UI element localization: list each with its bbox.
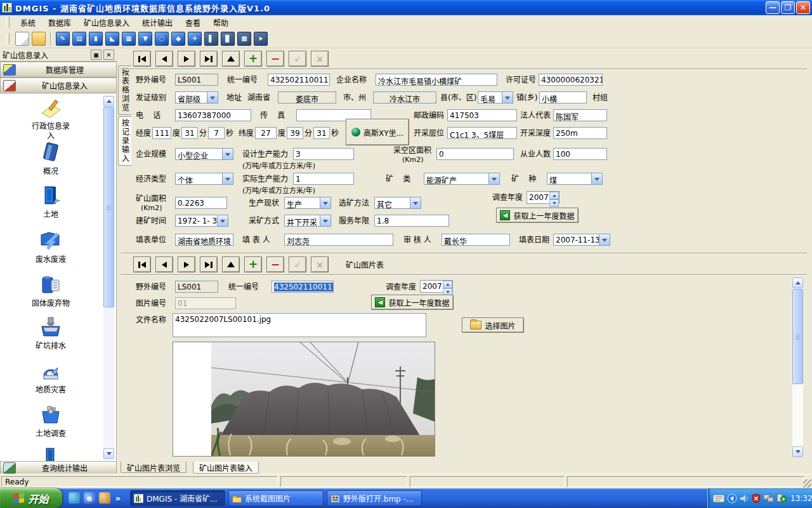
postcode-input[interactable]: 417503 xyxy=(447,109,517,121)
built-time-combo[interactable]: 1972- 1- 3 xyxy=(175,215,228,227)
pic-nav-delete-button[interactable]: − xyxy=(266,257,284,272)
pic-field-no-input[interactable]: LS001 xyxy=(175,281,218,293)
quicklaunch-chevron-icon[interactable]: » xyxy=(114,492,122,504)
mining-depth-input[interactable]: 250m xyxy=(553,127,607,139)
resize-grip[interactable] xyxy=(803,479,811,488)
menu-view[interactable]: 查看 xyxy=(179,16,207,29)
mining-method-combo[interactable]: 井下开采 xyxy=(284,215,331,227)
nav-cancel-button[interactable]: × xyxy=(311,51,329,67)
nav-confirm-button[interactable]: ✓ xyxy=(289,51,306,67)
sidebar-scroll-up[interactable] xyxy=(103,96,114,107)
license-input[interactable]: 4300000620321 xyxy=(539,74,603,86)
sidebar-item-geo-disaster[interactable]: 地质灾害 xyxy=(0,360,102,395)
workers-input[interactable]: 100 xyxy=(553,148,607,160)
gauss-xy-button[interactable]: 高斯XY坐... xyxy=(346,119,409,145)
admin-entry-icon[interactable]: ✎ xyxy=(56,32,70,46)
language-bar-icon[interactable] xyxy=(727,493,737,504)
form-unit-input[interactable]: 湖南省地质环境 xyxy=(175,234,233,246)
nav-add-button[interactable]: + xyxy=(244,51,262,67)
tower-icon[interactable]: ▌ xyxy=(204,32,218,46)
goaf-area-input[interactable]: 0 xyxy=(436,148,514,160)
quicklaunch-media-icon[interactable] xyxy=(99,492,110,504)
survey-year-spinner[interactable]: 2007 xyxy=(527,191,560,204)
menu-grip[interactable] xyxy=(6,17,10,28)
sidebar-item-overview[interactable]: 概况 xyxy=(0,142,102,177)
sidebar-item-admin-entry[interactable]: 行政信息录 入 xyxy=(0,99,102,141)
menu-statistics-output[interactable]: 统计输出 xyxy=(136,16,179,29)
file-name-input[interactable]: 4325022007LS00101.jpg xyxy=(173,313,426,337)
choose-picture-button[interactable]: 选择图片 xyxy=(462,318,524,333)
nav-up-button[interactable] xyxy=(222,51,240,67)
start-button[interactable]: 开始 xyxy=(0,488,62,508)
form-date-combo[interactable]: 2007-11-13 xyxy=(553,234,610,246)
lon-deg-input[interactable]: 111 xyxy=(152,127,171,139)
lon-sec-input[interactable]: 7 xyxy=(208,127,225,139)
close-button[interactable]: ✕ xyxy=(796,1,810,14)
pic-nav-up-button[interactable] xyxy=(222,257,240,272)
keyboard-tray-icon[interactable] xyxy=(713,495,724,502)
pic-get-prev-year-button[interactable]: ◀获取上一年度数据 xyxy=(371,295,454,310)
picture-scroll-thumb[interactable] xyxy=(792,289,803,384)
tab-table-browse[interactable]: 按表格浏览 xyxy=(118,65,131,115)
overview-icon[interactable]: ▤ xyxy=(72,32,86,46)
menu-mine-info-entry[interactable]: 矿山信息录入 xyxy=(77,16,136,29)
sidebar-close-icon[interactable]: ✕ xyxy=(103,50,114,60)
field-no-input[interactable]: LS001 xyxy=(175,74,218,86)
unified-no-input[interactable]: 43250211001113 xyxy=(268,74,330,86)
new-file-icon[interactable] xyxy=(15,32,29,46)
wastewater-icon[interactable]: ◣ xyxy=(105,32,119,46)
mineral-kind-combo[interactable]: 煤 xyxy=(547,173,603,185)
sidebar-item-land[interactable]: 土地 xyxy=(0,185,102,220)
sidebar-item-wastewater[interactable]: 废水废液 xyxy=(0,229,102,265)
get-prev-year-button[interactable]: ◀获取上一年度数据 xyxy=(496,208,579,223)
sidebar-scroll-thumb[interactable] xyxy=(103,107,114,307)
drainage-icon[interactable]: ▼ xyxy=(138,32,152,46)
survey-icon[interactable]: ◆ xyxy=(171,32,185,46)
pic-nav-add-button[interactable]: + xyxy=(244,257,262,272)
security-shield-icon[interactable] xyxy=(752,493,761,504)
land-icon[interactable]: ▮ xyxy=(89,32,103,46)
mineral-class-combo[interactable]: 能源矿产 xyxy=(424,173,500,185)
econ-type-combo[interactable]: 个体 xyxy=(175,173,233,185)
spin-down-icon[interactable] xyxy=(549,199,559,207)
sidebar-group-database[interactable]: 数据库管理 xyxy=(0,62,117,77)
sidebar-item-land-survey[interactable]: 土地调查 xyxy=(0,404,102,439)
city-input[interactable]: 娄底市 xyxy=(278,91,336,104)
open-file-icon[interactable] xyxy=(32,32,46,46)
export-icon[interactable]: ➤ xyxy=(254,32,268,46)
benef-method-combo[interactable]: 其它 xyxy=(374,197,421,209)
nav-first-button[interactable] xyxy=(133,51,151,67)
volume-tray-icon[interactable] xyxy=(740,494,749,503)
menu-database[interactable]: 数据库 xyxy=(42,16,77,29)
pic-no-input[interactable]: 01 xyxy=(175,297,236,309)
sidebar-group-mine-entry[interactable]: 矿山信息录入 xyxy=(0,77,117,93)
restore-button[interactable]: ❐ xyxy=(781,1,795,14)
pic-nav-last-button[interactable] xyxy=(200,257,218,272)
pic-nav-cancel-button[interactable]: × xyxy=(311,257,329,272)
lon-min-input[interactable]: 31 xyxy=(181,127,198,139)
sidebar-item-solid-waste[interactable]: 固体废弃物 xyxy=(0,274,102,309)
storage-icon[interactable]: ▩ xyxy=(237,32,251,46)
quicklaunch-ie-icon[interactable]: e xyxy=(84,492,95,504)
cert-level-combo[interactable]: 省部级 xyxy=(175,91,218,104)
lat-deg-input[interactable]: 27 xyxy=(255,127,277,139)
subsidence-icon[interactable]: ✈ xyxy=(188,32,202,46)
nav-last-button[interactable] xyxy=(200,51,218,67)
update-tray-icon[interactable] xyxy=(776,493,787,503)
pic-unified-input[interactable]: 43250211001113 xyxy=(272,281,334,293)
pic-nav-first-button[interactable] xyxy=(133,257,151,272)
menu-system[interactable]: 系统 xyxy=(14,16,42,29)
network-tray-icon[interactable] xyxy=(763,494,774,503)
design-capacity-input[interactable]: 3 xyxy=(293,148,354,160)
county-combo[interactable]: 毛易 xyxy=(478,91,513,104)
mine-area-input[interactable]: 0.2263 xyxy=(175,197,227,209)
scale-combo[interactable]: 小型企业 xyxy=(175,148,233,160)
quicklaunch-messenger-icon[interactable] xyxy=(69,492,80,504)
pic-nav-prev-button[interactable] xyxy=(155,257,173,272)
toolbar-grip[interactable] xyxy=(6,33,10,44)
buildings-icon[interactable]: ▊ xyxy=(221,32,235,46)
town-input[interactable]: 小横 xyxy=(539,91,587,104)
nav-delete-button[interactable]: − xyxy=(266,51,284,67)
nav-next-button[interactable] xyxy=(178,51,195,67)
pin-icon[interactable]: ▣ xyxy=(91,50,102,60)
